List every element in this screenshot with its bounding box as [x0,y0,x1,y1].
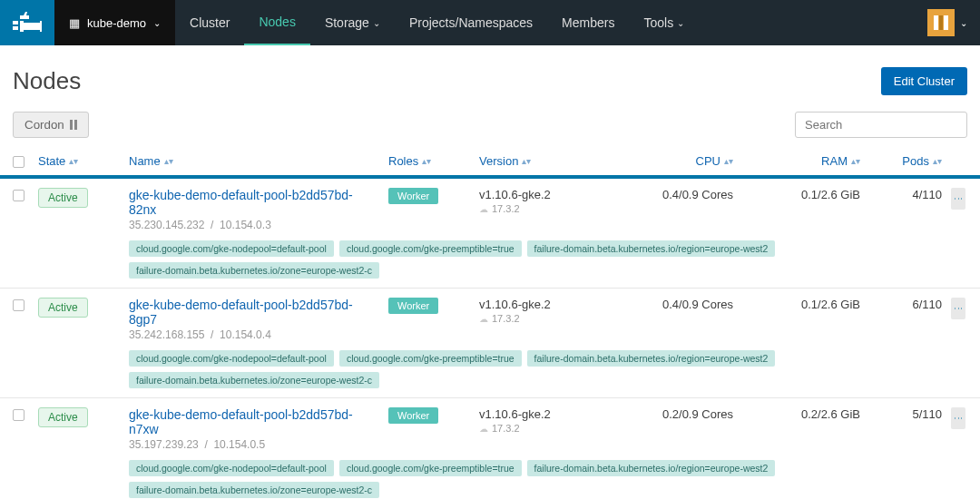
cordon-button[interactable]: Cordon [13,112,89,138]
label-chip: failure-domain.beta.kubernetes.io/zone=e… [129,262,379,279]
table-row: Activegke-kube-demo-default-pool-b2dd57b… [0,398,980,499]
label-chip: cloud.google.com/gke-nodepool=default-po… [129,460,334,476]
logo[interactable] [0,0,54,45]
cloud-icon: ☁ [479,424,488,434]
cluster-name: kube-demo [87,16,146,30]
chevron-down-icon: ⌄ [153,18,161,28]
nav-label: Members [562,15,614,30]
status-badge: Active [38,298,88,318]
cpu-metric: 0.4/0.9 Cores [615,298,733,311]
sort-icon: ▴▾ [164,159,173,163]
ram-metric: 0.1/2.6 GiB [742,298,860,311]
ram-metric: 0.2/2.6 GiB [742,407,860,421]
user-menu-chevron[interactable]: ⌄ [960,18,967,28]
svg-rect-0 [934,15,938,30]
sort-icon: ▴▾ [522,159,531,163]
label-chip: failure-domain.beta.kubernetes.io/region… [527,240,776,257]
row-checkbox[interactable] [13,409,24,421]
row-checkbox[interactable] [13,190,24,201]
node-labels: cloud.google.com/gke-nodepool=default-po… [129,350,967,388]
docker-version: ☁17.3.2 [479,313,606,324]
nav-label: Storage [325,15,369,30]
user-avatar[interactable] [927,9,955,36]
row-actions-button[interactable]: ⋮ [951,298,965,319]
nav-label: Cluster [190,15,230,30]
table-row: Activegke-kube-demo-default-pool-b2dd57b… [0,177,980,289]
search-input[interactable] [795,112,967,138]
node-labels: cloud.google.com/gke-nodepool=default-po… [129,240,967,279]
pods-metric: 4/110 [869,188,942,201]
docker-version: ☁17.3.2 [479,423,606,434]
role-badge: Worker [388,407,438,424]
row-actions-button[interactable]: ⋮ [951,188,965,210]
nav-label: Projects/Namespaces [409,15,533,30]
page-title: Nodes [13,67,81,95]
top-nav: ▦ kube-demo ⌄ ClusterNodesStorage⌄Projec… [0,0,980,45]
role-badge: Worker [388,188,438,204]
nav-label: Nodes [259,15,295,29]
select-all-checkbox[interactable] [13,156,24,168]
cluster-selector[interactable]: ▦ kube-demo ⌄ [54,0,175,45]
node-ips: 35.242.168.155 / 10.154.0.4 [129,328,379,341]
cloud-icon: ☁ [479,204,488,214]
cpu-metric: 0.2/0.9 Cores [615,407,733,421]
sort-icon: ▴▾ [724,159,733,163]
role-badge: Worker [388,298,438,314]
row-checkbox[interactable] [13,299,24,311]
rancher-logo-icon [11,12,44,34]
node-name-link[interactable]: gke-kube-demo-default-pool-b2dd57bd-8gp7 [129,298,379,327]
k8s-version: v1.10.6-gke.2 [479,407,606,421]
status-badge: Active [38,407,88,427]
label-chip: cloud.google.com/gke-preemptible=true [339,460,522,476]
nav-item-storage[interactable]: Storage⌄ [310,0,395,45]
cordon-label: Cordon [24,118,64,132]
cpu-metric: 0.4/0.9 Cores [615,188,733,201]
toolbar: Cordon [0,112,980,147]
label-chip: cloud.google.com/gke-preemptible=true [339,350,522,367]
chevron-down-icon: ⌄ [677,18,684,28]
table-header: State▴▾ Name▴▾ Roles▴▾ Version▴▾ CPU▴▾ R… [0,147,980,177]
status-badge: Active [38,188,88,208]
label-chip: cloud.google.com/gke-nodepool=default-po… [129,350,334,367]
label-chip: failure-domain.beta.kubernetes.io/region… [527,460,776,476]
pods-metric: 6/110 [869,298,942,311]
nav-item-tools[interactable]: Tools⌄ [629,0,699,45]
col-ram[interactable]: RAM▴▾ [742,154,860,168]
svg-rect-1 [939,15,943,30]
sort-icon: ▴▾ [933,159,942,163]
node-name-link[interactable]: gke-kube-demo-default-pool-b2dd57bd-82nx [129,188,379,217]
col-cpu[interactable]: CPU▴▾ [615,154,733,168]
col-version[interactable]: Version▴▾ [479,154,606,168]
grid-icon: ▦ [69,16,80,30]
label-chip: cloud.google.com/gke-preemptible=true [339,240,522,257]
col-state[interactable]: State▴▾ [38,154,120,168]
label-chip: cloud.google.com/gke-nodepool=default-po… [129,240,334,257]
ram-metric: 0.1/2.6 GiB [742,188,860,201]
cloud-icon: ☁ [479,314,488,324]
col-pods[interactable]: Pods▴▾ [869,154,942,168]
nav-items: ClusterNodesStorage⌄Projects/NamespacesM… [175,0,699,45]
node-name-link[interactable]: gke-kube-demo-default-pool-b2dd57bd-n7xw [129,407,379,436]
nav-item-cluster[interactable]: Cluster [175,0,244,45]
label-chip: failure-domain.beta.kubernetes.io/zone=e… [129,482,379,498]
pods-metric: 5/110 [869,407,942,421]
avatar-icon [932,14,950,32]
sort-icon: ▴▾ [422,159,431,163]
node-ips: 35.197.239.23 / 10.154.0.5 [129,438,379,451]
nav-item-projects-namespaces[interactable]: Projects/Namespaces [395,0,547,45]
node-ips: 35.230.145.232 / 10.154.0.3 [129,219,379,231]
label-chip: failure-domain.beta.kubernetes.io/zone=e… [129,372,379,388]
nav-label: Tools [643,15,673,30]
nav-item-members[interactable]: Members [547,0,629,45]
table-row: Activegke-kube-demo-default-pool-b2dd57b… [0,289,980,398]
row-actions-button[interactable]: ⋮ [951,407,965,429]
page-header: Nodes Edit Cluster [0,45,980,112]
col-name[interactable]: Name▴▾ [129,154,379,168]
k8s-version: v1.10.6-gke.2 [479,188,606,201]
label-chip: failure-domain.beta.kubernetes.io/region… [527,350,776,367]
node-labels: cloud.google.com/gke-nodepool=default-po… [129,460,967,498]
nav-item-nodes[interactable]: Nodes [244,0,309,45]
edit-cluster-button[interactable]: Edit Cluster [881,67,967,95]
chevron-down-icon: ⌄ [373,18,380,28]
col-roles[interactable]: Roles▴▾ [388,154,470,168]
